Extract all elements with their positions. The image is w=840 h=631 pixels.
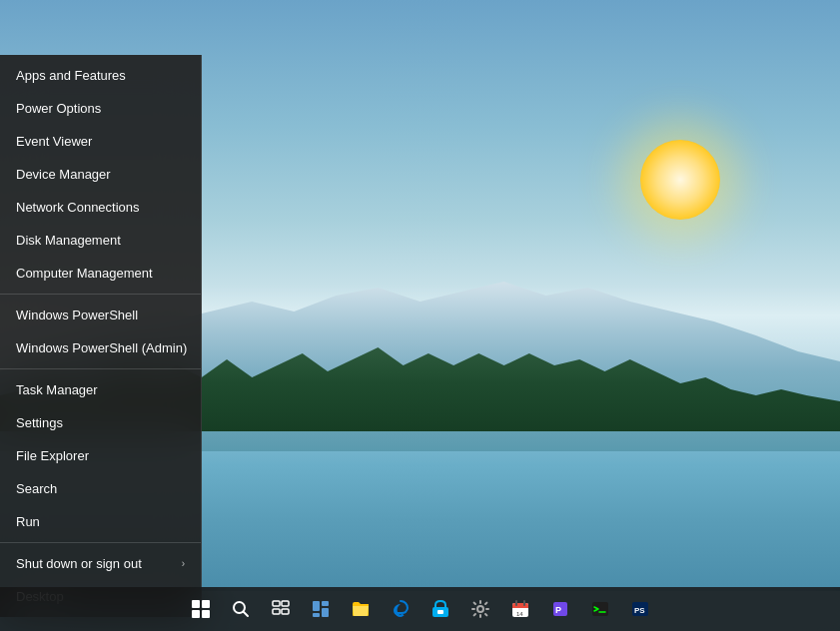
store-icon — [431, 600, 449, 618]
settings-icon — [471, 600, 489, 618]
taskbar-icon-start[interactable] — [183, 591, 219, 627]
powershell-icon: PS — [631, 600, 649, 618]
menu-item-label-disk-management: Disk Management — [16, 233, 121, 248]
menu-item-settings[interactable]: Settings — [0, 406, 201, 439]
taskbar-icon-terminal[interactable] — [582, 591, 618, 627]
menu-item-power-options[interactable]: Power Options — [0, 92, 201, 125]
taskbar-icon-store[interactable] — [422, 591, 458, 627]
taskbar-icon-task-view[interactable] — [263, 591, 299, 627]
menu-item-label-device-manager: Device Manager — [16, 167, 111, 182]
menu-item-computer-management[interactable]: Computer Management — [0, 257, 201, 290]
svg-rect-15 — [512, 606, 528, 608]
svg-rect-3 — [282, 601, 289, 606]
menu-item-label-shut-down-sign-out: Shut down or sign out — [16, 556, 142, 571]
svg-rect-8 — [322, 608, 329, 617]
taskbar-icon-edge[interactable] — [383, 591, 419, 627]
menu-item-label-computer-management: Computer Management — [16, 266, 153, 281]
menu-item-apps-features[interactable]: Apps and Features — [0, 59, 201, 92]
taskbar-icon-search[interactable] — [223, 591, 259, 627]
chevron-right-icon: › — [182, 558, 185, 569]
taskbar-icon-calendar[interactable]: 14 — [502, 591, 538, 627]
svg-rect-9 — [313, 613, 320, 617]
menu-item-windows-powershell[interactable]: Windows PowerShell — [0, 299, 201, 331]
menu-item-device-manager[interactable]: Device Manager — [0, 158, 201, 191]
menu-item-label-windows-powershell-admin: Windows PowerShell (Admin) — [16, 340, 187, 355]
menu-item-label-search: Search — [16, 481, 57, 496]
menu-item-label-power-options: Power Options — [16, 101, 101, 116]
menu-item-file-explorer[interactable]: File Explorer — [0, 439, 201, 472]
windows-logo-icon — [192, 600, 210, 618]
svg-rect-6 — [313, 601, 320, 611]
menu-item-label-run: Run — [16, 514, 40, 529]
menu-item-network-connections[interactable]: Network Connections — [0, 191, 201, 224]
menu-item-shut-down-sign-out[interactable]: Shut down or sign out› — [0, 547, 201, 580]
menu-item-task-manager[interactable]: Task Manager — [0, 373, 201, 406]
taskbar: 14 P PS — [0, 587, 840, 631]
menu-item-label-windows-powershell: Windows PowerShell — [16, 308, 138, 322]
calendar-icon: 14 — [511, 600, 529, 618]
taskbar-icon-powershell[interactable]: PS — [622, 591, 658, 627]
menu-item-disk-management[interactable]: Disk Management — [0, 224, 201, 257]
svg-text:14: 14 — [516, 611, 523, 617]
menu-item-windows-powershell-admin[interactable]: Windows PowerShell (Admin) — [0, 331, 201, 364]
app-icon: P — [551, 600, 569, 618]
context-menu: Apps and FeaturesPower OptionsEvent View… — [0, 55, 202, 617]
explorer-icon — [351, 600, 371, 618]
svg-line-1 — [243, 612, 248, 617]
edge-icon — [391, 599, 411, 619]
menu-item-label-network-connections: Network Connections — [16, 200, 140, 215]
widgets-icon — [312, 600, 330, 618]
menu-divider — [0, 368, 201, 369]
svg-rect-7 — [322, 601, 329, 606]
menu-item-event-viewer[interactable]: Event Viewer — [0, 125, 201, 158]
menu-item-label-event-viewer: Event Viewer — [16, 134, 92, 149]
taskbar-icon-settings[interactable] — [462, 591, 498, 627]
svg-rect-5 — [282, 609, 289, 614]
menu-item-label-apps-features: Apps and Features — [16, 68, 126, 83]
menu-item-label-settings: Settings — [16, 415, 63, 430]
menu-item-search[interactable]: Search — [0, 472, 201, 505]
svg-text:PS: PS — [634, 606, 645, 615]
taskbar-icon-unknown1[interactable]: P — [542, 591, 578, 627]
menu-divider — [0, 542, 201, 543]
taskbar-icon-widgets[interactable] — [303, 591, 339, 627]
task-view-icon — [272, 600, 290, 618]
svg-point-12 — [477, 606, 483, 612]
menu-divider — [0, 294, 201, 295]
terminal-icon — [591, 600, 609, 618]
sun-decoration — [640, 140, 720, 220]
menu-item-run[interactable]: Run — [0, 505, 201, 538]
svg-text:P: P — [555, 605, 561, 615]
svg-rect-4 — [273, 609, 280, 614]
svg-rect-2 — [273, 601, 280, 606]
taskbar-icon-file-explorer[interactable] — [343, 591, 379, 627]
search-icon — [232, 600, 250, 618]
svg-rect-21 — [592, 602, 608, 616]
svg-rect-11 — [437, 610, 443, 614]
menu-item-label-task-manager: Task Manager — [16, 382, 98, 397]
menu-item-label-file-explorer: File Explorer — [16, 448, 89, 463]
